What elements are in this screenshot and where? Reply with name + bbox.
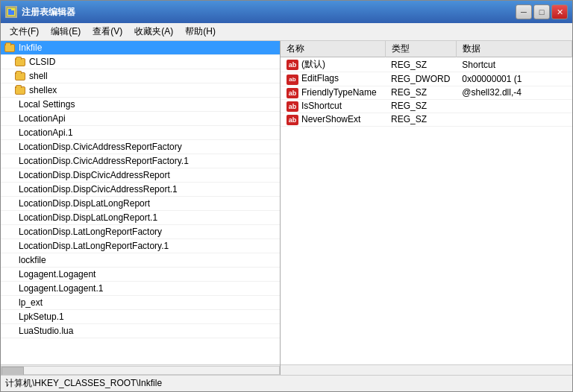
tree-item-label: lp_ext bbox=[19, 297, 43, 308]
table-row[interactable]: abIsShortcutREG_SZ bbox=[281, 99, 572, 113]
col-type: 类型 bbox=[385, 41, 456, 57]
tree-item[interactable]: LocationDisp.LatLongReportFactory bbox=[1, 225, 280, 238]
status-bar: 计算机\HKEY_CLASSES_ROOT\Inkfile bbox=[1, 375, 572, 391]
table-row[interactable]: abFriendlyTypeNameREG_SZ@shell32.dll,-4 bbox=[281, 86, 572, 99]
cell-type: REG_SZ bbox=[385, 86, 456, 99]
table-row[interactable]: abEditFlagsREG_DWORD0x00000001 (1 bbox=[281, 72, 572, 86]
menu-item[interactable]: 收藏夹(A) bbox=[128, 24, 179, 39]
menu-item[interactable]: 查看(V) bbox=[87, 24, 128, 39]
tree-item[interactable]: LocationDisp.DispLatLongReport.1 bbox=[1, 211, 280, 224]
registry-table-area[interactable]: 名称 类型 数据 ab(默认)REG_SZShortcutabEditFlags… bbox=[281, 41, 572, 364]
cell-name: ab(默认) bbox=[281, 57, 385, 72]
cell-name: abFriendlyTypeName bbox=[281, 86, 385, 99]
name-text: EditFlags bbox=[301, 73, 339, 83]
tree-item[interactable]: LocationDisp.CivicAddressReportFactory.1 bbox=[1, 154, 280, 168]
cell-type: REG_SZ bbox=[385, 57, 456, 72]
cell-name: abEditFlags bbox=[281, 72, 385, 86]
tree-item-label: LpkSetup.1 bbox=[19, 312, 64, 322]
tree-item-label: shell bbox=[29, 71, 48, 81]
ab-icon: ab bbox=[286, 60, 298, 70]
title-bar: 注册表编辑器 ─ □ ✕ bbox=[1, 1, 572, 23]
close-button[interactable]: ✕ bbox=[551, 4, 568, 19]
maximize-button[interactable]: □ bbox=[533, 4, 550, 19]
tree-item[interactable]: LocationDisp.DispCivicAddressReport.1 bbox=[1, 183, 280, 196]
tree-area[interactable]: InkfileCLSIDshellshellexLocal SettingsLo… bbox=[1, 41, 280, 364]
folder-icon bbox=[4, 42, 16, 53]
tree-item-label: shellex bbox=[29, 85, 57, 95]
name-text: FriendlyTypeName bbox=[301, 87, 377, 98]
cell-data: 0x00000001 (1 bbox=[456, 72, 572, 86]
tree-item[interactable]: Local Settings bbox=[1, 98, 280, 111]
tree-item-label: LocationDisp.DispLatLongReport bbox=[19, 198, 150, 209]
main-content: InkfileCLSIDshellshellexLocal SettingsLo… bbox=[1, 41, 572, 375]
folder-icon bbox=[14, 57, 26, 67]
tree-item[interactable]: Inkfile bbox=[1, 41, 280, 54]
tree-item-label: Logagent.Logagent bbox=[19, 269, 96, 279]
tree-item-label: Logagent.Logagent.1 bbox=[19, 283, 103, 294]
menu-bar: 文件(F)编辑(E)查看(V)收藏夹(A)帮助(H) bbox=[1, 23, 572, 41]
tree-item[interactable]: shell bbox=[1, 69, 280, 83]
tree-item[interactable]: LocationDisp.LatLongReportFactory.1 bbox=[1, 239, 280, 253]
dword-icon: ab bbox=[286, 75, 298, 85]
tree-item-label: LocationDisp.LatLongReportFactory bbox=[19, 227, 162, 237]
menu-item[interactable]: 文件(F) bbox=[4, 24, 45, 39]
main-window: 注册表编辑器 ─ □ ✕ 文件(F)编辑(E)查看(V)收藏夹(A)帮助(H) … bbox=[0, 0, 573, 392]
folder-icon bbox=[14, 71, 26, 81]
tree-item[interactable]: LocationDisp.CivicAddressReportFactory bbox=[1, 140, 280, 154]
tree-item[interactable]: LpkSetup.1 bbox=[1, 310, 280, 323]
tree-item-label: LocationApi.1 bbox=[19, 127, 73, 138]
svg-rect-1 bbox=[8, 10, 14, 15]
tree-item[interactable]: Logagent.Logagent bbox=[1, 268, 280, 281]
minimize-button[interactable]: ─ bbox=[516, 4, 532, 19]
tree-item[interactable]: lp_ext bbox=[1, 296, 280, 309]
menu-item[interactable]: 帮助(H) bbox=[179, 24, 222, 39]
folder-icon bbox=[14, 85, 26, 95]
right-pane: 名称 类型 数据 ab(默认)REG_SZShortcutabEditFlags… bbox=[281, 41, 572, 375]
cell-data: Shortcut bbox=[456, 57, 572, 72]
tree-item-label: lockfile bbox=[19, 255, 46, 265]
tree-item[interactable]: LocationDisp.DispLatLongReport bbox=[1, 197, 280, 210]
tree-item[interactable]: LuaStudio.lua bbox=[1, 324, 280, 338]
window-title: 注册表编辑器 bbox=[22, 6, 516, 19]
cell-type: REG_DWORD bbox=[385, 72, 456, 86]
left-pane: InkfileCLSIDshellshellexLocal SettingsLo… bbox=[1, 41, 281, 375]
tree-item-label: LocationDisp.DispCivicAddressReport.1 bbox=[19, 184, 178, 195]
right-hscrollbar[interactable] bbox=[281, 364, 572, 375]
registry-table: 名称 类型 数据 ab(默认)REG_SZShortcutabEditFlags… bbox=[281, 41, 572, 127]
left-hscrollbar[interactable] bbox=[1, 364, 280, 375]
col-data: 数据 bbox=[456, 41, 572, 57]
cell-type: REG_SZ bbox=[385, 99, 456, 113]
tree-item-label: LocationDisp.CivicAddressReportFactory.1 bbox=[19, 156, 189, 166]
cell-data bbox=[456, 99, 572, 113]
menu-item[interactable]: 编辑(E) bbox=[45, 24, 87, 39]
svg-rect-2 bbox=[8, 9, 11, 10]
tree-item-label: Local Settings bbox=[19, 99, 75, 110]
ab-icon: ab bbox=[286, 115, 298, 125]
tree-item[interactable]: shellex bbox=[1, 83, 280, 97]
tree-item[interactable]: CLSID bbox=[1, 55, 280, 69]
name-text: IsShortcut bbox=[301, 101, 342, 111]
cell-name: abNeverShowExt bbox=[281, 113, 385, 126]
tree-item-label: CLSID bbox=[29, 57, 55, 67]
table-row[interactable]: abNeverShowExtREG_SZ bbox=[281, 113, 572, 126]
app-icon bbox=[5, 6, 17, 18]
col-name: 名称 bbox=[281, 41, 385, 57]
tree-item[interactable]: LocationDisp.DispCivicAddressReport bbox=[1, 168, 280, 182]
window-controls: ─ □ ✕ bbox=[516, 4, 568, 19]
tree-item-label: LocationDisp.LatLongReportFactory.1 bbox=[19, 241, 169, 251]
tree-item[interactable]: lockfile bbox=[1, 253, 280, 267]
tree-item[interactable]: Logagent.Logagent.1 bbox=[1, 282, 280, 295]
cell-name: abIsShortcut bbox=[281, 99, 385, 113]
status-path: 计算机\HKEY_CLASSES_ROOT\Inkfile bbox=[5, 377, 162, 390]
tree-item-label: LocationApi bbox=[19, 113, 66, 124]
cell-data bbox=[456, 113, 572, 126]
tree-item[interactable]: LocationApi.1 bbox=[1, 126, 280, 139]
ab-icon: ab bbox=[286, 101, 298, 112]
cell-type: REG_SZ bbox=[385, 113, 456, 126]
tree-item-label: LuaStudio.lua bbox=[19, 326, 73, 336]
tree-item-label: LocationDisp.CivicAddressReportFactory bbox=[19, 142, 182, 152]
cell-data: @shell32.dll,-4 bbox=[456, 86, 572, 99]
tree-item[interactable]: LocationApi bbox=[1, 112, 280, 125]
table-row[interactable]: ab(默认)REG_SZShortcut bbox=[281, 57, 572, 72]
name-text: (默认) bbox=[301, 59, 325, 69]
